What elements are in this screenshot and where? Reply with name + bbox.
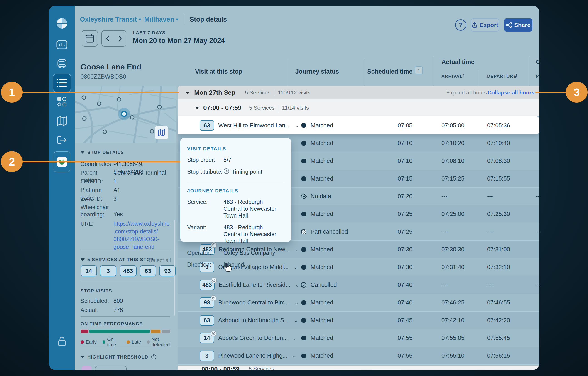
visit-row[interactable]: 63West Hill to Elmwood Lan...⌄Matched07:… xyxy=(178,116,539,134)
visit-row[interactable]: 63Ashpool to Northmouth S...⌄Matched07:4… xyxy=(178,311,539,329)
sidebar-item-stop-list-active[interactable] xyxy=(53,74,71,92)
service-badge[interactable]: 93 xyxy=(159,265,176,276)
scheduled-time-cell: 07:10 xyxy=(365,140,433,147)
sidebar-item-categories[interactable] xyxy=(56,96,68,108)
service-badge[interactable]: 14 xyxy=(81,265,97,276)
route-badge[interactable]: 63 xyxy=(200,120,214,131)
chevron-down-icon: ▾ xyxy=(176,17,178,22)
app-logo-icon xyxy=(56,18,68,29)
status-label: Part cancelled xyxy=(311,228,348,235)
hour-group-label: 07:00 - 07:59 xyxy=(203,104,241,111)
route-badge[interactable]: 3 xyxy=(200,351,214,361)
stop-detail-url[interactable]: https://www.oxleyshire .com/stop-details… xyxy=(114,220,171,251)
departure-sort-button[interactable]: ↑ xyxy=(515,72,518,78)
clipped-cell: --- xyxy=(530,193,539,200)
legend-item: Not detected xyxy=(147,336,174,347)
sidebar-item-map[interactable] xyxy=(56,115,68,127)
panel-scrollbar[interactable] xyxy=(174,220,175,316)
expand-all-hours-link[interactable]: Expand all hours xyxy=(446,89,487,96)
service-badge[interactable]: 63 xyxy=(140,265,156,276)
select-all-link[interactable]: Select all xyxy=(149,257,171,263)
actual-departure-cell: 07:32:10 xyxy=(479,264,530,271)
threshold-color-swatch[interactable] xyxy=(82,366,92,370)
services-section-header[interactable]: 5 SERVICES AT THIS STOP xyxy=(81,257,154,262)
divider xyxy=(287,59,287,90)
operator-row: Operator:Oxley Bus Company xyxy=(187,249,284,256)
sidebar-item-vehicles[interactable] xyxy=(56,58,68,70)
status-label: Matched xyxy=(311,210,333,218)
status-matched-icon xyxy=(301,211,307,217)
next-hour-group-row[interactable]: 08:00 - 08:59 5 Services xyxy=(178,365,539,370)
otp-segment-late xyxy=(151,330,160,333)
divider xyxy=(81,281,170,281)
sidebar-item-sign-out[interactable] xyxy=(56,134,68,146)
actual-departure-cell: 07:31:00 xyxy=(479,246,530,253)
collapse-all-hours-link[interactable]: Collapse all hours xyxy=(487,89,535,96)
next-period-button[interactable] xyxy=(114,31,126,46)
actual-departure-cell: 07:46:55 xyxy=(479,299,530,306)
col-cut-group-header: C xyxy=(536,59,539,66)
service-badge[interactable]: 483 xyxy=(120,265,136,276)
actual-departure-cell: 07:25:30 xyxy=(479,210,530,218)
stop-map[interactable] xyxy=(75,86,176,143)
route-badge[interactable]: 63 xyxy=(200,315,214,326)
caret-down-icon xyxy=(186,91,190,94)
status-label: Matched xyxy=(311,157,333,164)
status-matched-icon xyxy=(301,246,307,253)
otp-segment-early xyxy=(81,330,88,333)
actual-departure-cell: 07:42:20 xyxy=(479,317,530,324)
stop-visits-header: STOP VISITS xyxy=(81,288,112,294)
sidebar-item-analytics[interactable] xyxy=(56,39,68,51)
export-button[interactable]: Export xyxy=(471,18,499,32)
caret-down-icon xyxy=(81,356,85,358)
date-group-row[interactable]: Mon 27th Sep 5 Services 110/112 visits E… xyxy=(178,86,539,100)
journey-status-cell: Matched xyxy=(287,210,365,218)
arrival-sort-button[interactable]: ↑ xyxy=(462,72,465,78)
stop-detail-row: Level ID:1 xyxy=(81,177,171,185)
actual-departure-cell: 07:08:30 xyxy=(479,157,530,164)
mouse-cursor xyxy=(224,263,232,272)
actual-arrival-cell: 07:55:10 xyxy=(433,352,479,359)
journey-status-cell: Part cancelled xyxy=(287,228,365,235)
threshold-input[interactable] xyxy=(95,366,126,370)
open-map-button[interactable] xyxy=(155,126,168,139)
visit-row[interactable]: 14Abbot's Green to Denton...⌄Matched07:5… xyxy=(178,329,539,347)
legend-dot-icon xyxy=(126,340,130,344)
status-label: Matched xyxy=(311,264,333,271)
visit-row[interactable]: 483Eastfield Lane to Riversid...⌄Cancell… xyxy=(178,276,539,294)
visit-cell: 14Abbot's Green to Denton...⌄ xyxy=(178,333,287,343)
share-button[interactable]: Share xyxy=(504,18,532,32)
divider xyxy=(187,182,284,182)
stop-detail-value: 3 xyxy=(114,195,117,202)
scheduled-time-cell: 07:45 xyxy=(365,317,433,324)
visit-row[interactable]: 93Birchwood Central to Birc...⌄Matched07… xyxy=(178,294,539,311)
hour-group-row[interactable]: 07:00 - 07:59 5 Services 11/14 visits xyxy=(178,100,539,116)
journey-status-cell: Matched xyxy=(287,122,365,129)
hour-group-services: 5 Services xyxy=(249,105,274,111)
help-button[interactable]: ? xyxy=(455,19,466,31)
highlight-threshold-header[interactable]: HIGHLIGHT THRESHOLD xyxy=(81,354,157,360)
breadcrumb-network[interactable]: Oxleyshire Transit▾ xyxy=(80,16,141,23)
info-icon[interactable] xyxy=(151,354,157,360)
status-cancelled-icon xyxy=(301,282,307,288)
service-badge[interactable]: 3 xyxy=(100,265,116,276)
divider xyxy=(184,14,184,24)
visit-row[interactable]: 3Pinewood Lane to Highg...⌄Matched07:550… xyxy=(178,347,539,365)
clipped-cell: --- xyxy=(530,281,539,288)
scheduled-sort-button[interactable]: ↑ xyxy=(415,66,423,75)
prev-period-button[interactable] xyxy=(102,31,114,46)
calendar-button[interactable] xyxy=(82,30,98,46)
period-label: LAST 7 DAYS xyxy=(133,30,166,35)
stop-detail-row[interactable]: URL:https://www.oxleyshire .com/stop-det… xyxy=(81,220,171,251)
otp-segment-on-time xyxy=(89,330,150,333)
stop-detail-row: Zone ID:3 xyxy=(81,195,171,202)
stop-details-section-header[interactable]: STOP DETAILS xyxy=(81,150,124,155)
breadcrumb-region[interactable]: Millhaven▾ xyxy=(144,16,178,23)
scheduled-time-cell: 07:20 xyxy=(365,193,433,200)
destination-label: Birchwood Central to Birc... xyxy=(218,299,290,306)
route-badge-wrap: 63 xyxy=(200,120,214,131)
status-label: Matched xyxy=(311,299,333,306)
scheduled-visits: Scheduled:800 xyxy=(81,297,171,305)
divider xyxy=(274,89,274,96)
share-icon xyxy=(506,22,512,28)
